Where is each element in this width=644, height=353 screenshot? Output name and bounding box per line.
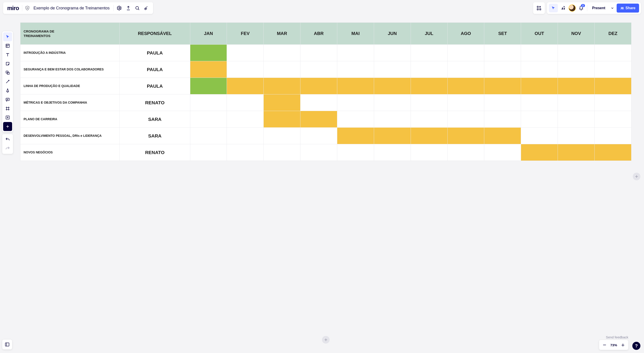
schedule-cell[interactable] (558, 144, 595, 161)
board-canvas[interactable]: + + CRONOGRAMA DE TREINAMENTOS RESPONSÁV… (0, 0, 644, 353)
header-month[interactable]: NOV (558, 23, 595, 45)
schedule-cell[interactable] (227, 128, 264, 144)
schedule-cell[interactable] (521, 111, 558, 128)
schedule-cell[interactable] (484, 128, 521, 144)
schedule-cell[interactable] (300, 78, 337, 94)
schedule-cell[interactable] (448, 45, 484, 61)
schedule-cell[interactable] (411, 45, 448, 61)
schedule-cell[interactable] (337, 45, 374, 61)
schedule-cell[interactable] (227, 45, 264, 61)
share-button[interactable]: Share (616, 3, 639, 12)
apps-button[interactable] (533, 2, 545, 14)
header-month[interactable]: FEV (227, 23, 264, 45)
schedule-cell[interactable] (190, 128, 227, 144)
header-month[interactable]: ABR (300, 23, 337, 45)
text-tool[interactable] (3, 50, 12, 59)
schedule-cell[interactable] (337, 94, 374, 111)
schedule-cell[interactable] (484, 45, 521, 61)
notifications-button[interactable]: 2 (577, 3, 586, 12)
task-name-cell[interactable]: MÉTRICAS E OBJETIVOS DA COMPANHIA (20, 94, 120, 111)
schedule-cell[interactable] (300, 94, 337, 111)
header-month[interactable]: JAN (190, 23, 227, 45)
schedule-cell[interactable] (264, 94, 300, 111)
schedule-cell[interactable] (300, 61, 337, 78)
table-row[interactable]: LINHA DE PRODUÇÃO E QUALIDADEPAULA (20, 78, 632, 94)
schedule-cell[interactable] (337, 61, 374, 78)
schedule-cell[interactable] (411, 94, 448, 111)
header-month[interactable]: SET (484, 23, 521, 45)
reactions-icon[interactable] (559, 3, 568, 12)
schedule-cell[interactable] (521, 144, 558, 161)
pen-tool[interactable] (3, 86, 12, 95)
schedule-cell[interactable] (594, 111, 631, 128)
schedule-cell[interactable] (300, 111, 337, 128)
header-title[interactable]: CRONOGRAMA DE TREINAMENTOS (20, 23, 120, 45)
header-month[interactable]: JUN (374, 23, 411, 45)
header-month[interactable]: AGO (448, 23, 484, 45)
comment-tool[interactable] (3, 95, 12, 104)
schedule-cell[interactable] (190, 111, 227, 128)
hide-cursors-button[interactable] (549, 4, 558, 12)
schedule-cell[interactable] (558, 94, 595, 111)
schedule-cell[interactable] (448, 78, 484, 94)
schedule-cell[interactable] (594, 94, 631, 111)
schedule-cell[interactable] (484, 61, 521, 78)
schedule-cell[interactable] (484, 78, 521, 94)
table-row[interactable]: MÉTRICAS E OBJETIVOS DA COMPANHIARENATO (20, 94, 632, 111)
schedule-cell[interactable] (558, 78, 595, 94)
responsible-cell[interactable]: RENATO (120, 144, 190, 161)
schedule-cell[interactable] (594, 45, 631, 61)
task-name-cell[interactable]: NOVOS NEGÓCIOS (20, 144, 120, 161)
more-tools[interactable] (3, 122, 12, 131)
responsible-cell[interactable]: PAULA (120, 45, 190, 61)
schedule-cell[interactable] (521, 61, 558, 78)
schedule-cell[interactable] (448, 111, 484, 128)
task-name-cell[interactable]: LINHA DE PRODUÇÃO E QUALIDADE (20, 78, 120, 94)
schedule-cell[interactable] (448, 128, 484, 144)
task-name-cell[interactable]: SEGURANÇA E BEM ESTAR DOS COLABORADORES (20, 61, 120, 78)
schedule-cell[interactable] (521, 78, 558, 94)
schedule-cell[interactable] (558, 61, 595, 78)
schedule-cell[interactable] (264, 128, 300, 144)
header-month[interactable]: MAR (264, 23, 300, 45)
select-tool[interactable] (3, 32, 12, 41)
schedule-cell[interactable] (190, 78, 227, 94)
table-row[interactable]: PLANO DE CARREIRASARA (20, 111, 632, 128)
connector-tool[interactable] (3, 77, 12, 86)
help-button[interactable]: ? (632, 342, 640, 350)
schedule-cell[interactable] (411, 128, 448, 144)
header-responsavel[interactable]: RESPONSÁVEL (120, 23, 190, 45)
schedule-cell[interactable] (411, 78, 448, 94)
plug-icon[interactable] (142, 3, 151, 12)
header-month[interactable]: OUT (521, 23, 558, 45)
schedule-cell[interactable] (264, 78, 300, 94)
schedule-cell[interactable] (374, 61, 411, 78)
schedule-cell[interactable] (484, 111, 521, 128)
schedule-cell[interactable] (227, 78, 264, 94)
schedule-cell[interactable] (337, 128, 374, 144)
schedule-cell[interactable] (374, 128, 411, 144)
add-column-button[interactable]: + (633, 173, 640, 180)
undo-button[interactable] (3, 135, 12, 144)
task-name-cell[interactable]: PLANO DE CARREIRA (20, 111, 120, 128)
schedule-cell[interactable] (337, 111, 374, 128)
schedule-cell[interactable] (411, 111, 448, 128)
responsible-cell[interactable]: RENATO (120, 94, 190, 111)
table-row[interactable]: INTRODUÇÃO A INDÚSTRIAPAULA (20, 45, 632, 61)
schedule-cell[interactable] (374, 45, 411, 61)
header-month[interactable]: MAI (337, 23, 374, 45)
gantt-table[interactable]: CRONOGRAMA DE TREINAMENTOS RESPONSÁVEL J… (20, 22, 632, 161)
schedule-cell[interactable] (411, 144, 448, 161)
redo-button[interactable] (3, 144, 12, 153)
schedule-cell[interactable] (337, 144, 374, 161)
schedule-cell[interactable] (558, 45, 595, 61)
schedule-cell[interactable] (448, 94, 484, 111)
schedule-cell[interactable] (190, 94, 227, 111)
schedule-cell[interactable] (190, 45, 227, 61)
schedule-cell[interactable] (411, 61, 448, 78)
responsible-cell[interactable]: PAULA (120, 78, 190, 94)
schedule-cell[interactable] (594, 128, 631, 144)
sticky-note-tool[interactable] (3, 59, 12, 68)
schedule-cell[interactable] (484, 144, 521, 161)
search-icon[interactable] (133, 3, 142, 12)
